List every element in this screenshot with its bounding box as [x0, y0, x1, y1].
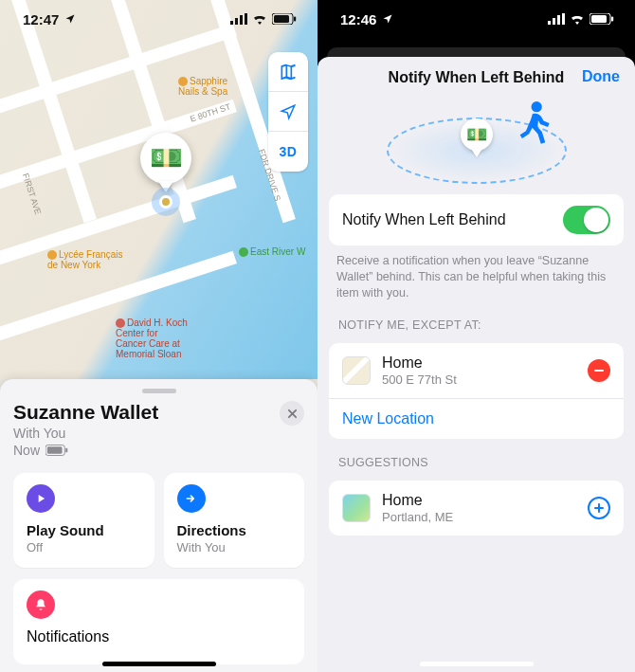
svg-rect-0 [230, 21, 233, 25]
close-sheet-button[interactable] [280, 401, 304, 426]
item-pin-icon: 💵 [461, 118, 493, 157]
suggestion-title: Home [382, 492, 576, 509]
home-indicator[interactable] [420, 662, 534, 666]
directions-status: With You [177, 540, 292, 554]
item-title: Suzanne Wallet [13, 401, 158, 424]
suggestion-row[interactable]: Home Portland, ME [329, 481, 624, 536]
item-battery-icon [45, 445, 68, 456]
toggle-explain-text: Receive a notification when you leave “S… [318, 245, 635, 301]
item-emoji-icon: 💵 [150, 145, 183, 172]
modal-header: Notify When Left Behind Done [318, 57, 635, 99]
map-poi-park[interactable]: East River W [239, 246, 305, 257]
play-icon [27, 484, 55, 513]
bell-icon [27, 590, 55, 619]
left-behind-illustration: 💵 [318, 99, 635, 189]
notify-toggle-row: Notify When Left Behind [329, 194, 624, 245]
add-suggestion-button[interactable] [588, 497, 610, 519]
remove-location-button[interactable] [588, 359, 610, 382]
notifications-tile[interactable]: Notifications [13, 579, 304, 664]
item-detail-sheet[interactable]: Suzanne Wallet With You Now [0, 379, 318, 672]
map-avenue-label: FIRST AVE [20, 173, 42, 216]
directions-label: Directions [177, 522, 292, 538]
play-sound-tile[interactable]: Play Sound Off [13, 473, 154, 568]
svg-rect-5 [274, 15, 289, 23]
map-view[interactable]: Sapphire Nails & Spa Lycée Français de N… [0, 0, 318, 379]
svg-rect-2 [240, 15, 243, 25]
except-title: Home [382, 354, 576, 372]
location-services-icon [64, 13, 76, 25]
sheet-grabber[interactable] [142, 389, 176, 393]
play-sound-label: Play Sound [27, 522, 141, 538]
svg-rect-10 [548, 21, 551, 25]
svg-rect-8 [47, 446, 63, 453]
status-time: 12:46 [340, 11, 376, 27]
map-thumb-icon [342, 356, 371, 385]
map-thumb-icon [342, 494, 371, 522]
svg-rect-11 [553, 18, 555, 25]
3d-button[interactable]: 3D [268, 132, 308, 172]
done-button[interactable]: Done [582, 68, 620, 85]
svg-rect-15 [591, 15, 607, 23]
status-time: 12:47 [23, 11, 59, 27]
directions-tile[interactable]: Directions With You [164, 473, 305, 568]
recenter-button[interactable] [268, 92, 308, 132]
map-poi-hospital[interactable]: David H. Koch Center for Cancer Care at … [116, 318, 188, 359]
status-bar: 12:46 [318, 0, 635, 38]
notify-toggle[interactable] [563, 206, 610, 234]
svg-rect-1 [235, 18, 238, 25]
home-indicator[interactable] [102, 662, 216, 666]
map-poi-spa[interactable]: Sapphire Nails & Spa [178, 76, 227, 97]
precise-location-dot [152, 188, 180, 216]
svg-rect-6 [294, 17, 296, 22]
modal-title: Notify When Left Behind [389, 69, 565, 86]
svg-rect-13 [562, 13, 565, 25]
directions-icon [177, 484, 206, 513]
status-bar: 12:47 [0, 0, 318, 38]
cellular-icon [230, 13, 247, 25]
cellular-icon [548, 13, 565, 25]
wifi-icon [570, 13, 585, 25]
play-sound-status: Off [27, 540, 141, 554]
wifi-icon [252, 13, 267, 25]
battery-icon [272, 13, 297, 25]
svg-rect-16 [611, 17, 613, 22]
left-phone-screenshot: 12:47 Sapphire Nails & Spa Lycée Françai… [0, 0, 318, 672]
item-status: With You [13, 426, 65, 441]
suggestions-section-header: SUGGESTIONS [318, 439, 635, 475]
svg-rect-3 [245, 13, 247, 25]
suggestion-subtitle: Portland, ME [382, 510, 576, 524]
location-services-icon [382, 13, 393, 25]
walking-person-icon [510, 99, 559, 152]
tracked-item-pin[interactable]: 💵 [133, 133, 199, 209]
map-controls: 3D [268, 52, 308, 172]
item-last-seen: Now [13, 443, 40, 458]
notifications-label: Notifications [27, 628, 291, 645]
map-poi-school[interactable]: Lycée Français de New York [47, 249, 122, 270]
new-location-button[interactable]: New Location [329, 398, 624, 439]
svg-rect-9 [65, 448, 67, 453]
map-mode-button[interactable] [268, 52, 308, 92]
except-subtitle: 500 E 77th St [382, 372, 576, 387]
svg-rect-12 [557, 15, 560, 25]
except-section-header: NOTIFY ME, EXCEPT AT: [318, 301, 635, 337]
except-location-row[interactable]: Home 500 E 77th St [329, 343, 624, 398]
battery-icon [590, 13, 614, 25]
toggle-label: Notify When Left Behind [342, 211, 552, 228]
right-phone-screenshot: 12:46 Notify When Left Behind Done 💵 [318, 0, 635, 672]
notify-settings-modal: Notify When Left Behind Done 💵 Notify Wh… [318, 57, 635, 672]
svg-point-17 [532, 101, 542, 112]
